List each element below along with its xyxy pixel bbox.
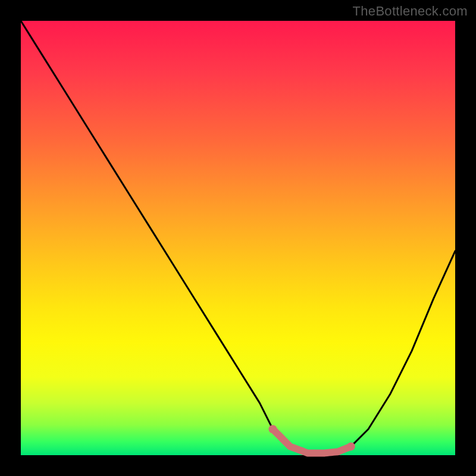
plot-gradient-area	[21, 21, 455, 455]
chart-frame: TheBottleneck.com	[0, 0, 476, 476]
watermark-label: TheBottleneck.com	[353, 4, 468, 19]
